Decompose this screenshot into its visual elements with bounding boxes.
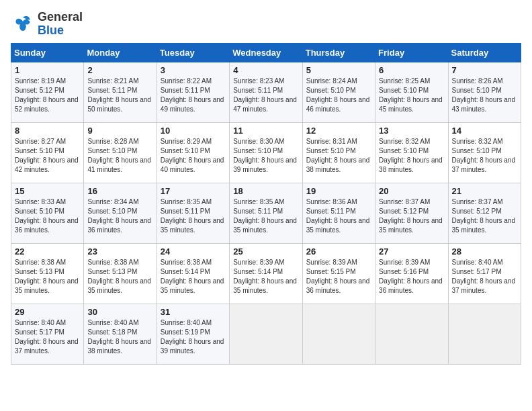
- day-number: 18: [233, 186, 298, 196]
- col-header-friday: Friday: [375, 43, 448, 62]
- calendar-cell: 11Sunrise: 8:30 AM Sunset: 5:10 PM Dayli…: [230, 122, 302, 183]
- col-header-sunday: Sunday: [11, 43, 84, 62]
- calendar-cell: 8Sunrise: 8:27 AM Sunset: 5:10 PM Daylig…: [11, 122, 84, 183]
- calendar-cell: 23Sunrise: 8:38 AM Sunset: 5:13 PM Dayli…: [84, 243, 157, 304]
- logo-bird-icon: [11, 12, 35, 36]
- day-number: 11: [233, 126, 298, 136]
- calendar-cell: 18Sunrise: 8:35 AM Sunset: 5:11 PM Dayli…: [230, 183, 302, 243]
- calendar-cell: 16Sunrise: 8:34 AM Sunset: 5:10 PM Dayli…: [84, 183, 157, 243]
- calendar-cell: [448, 304, 521, 364]
- day-number: 20: [379, 186, 444, 196]
- day-number: 14: [452, 126, 517, 136]
- day-number: 12: [306, 126, 371, 136]
- day-number: 3: [161, 65, 226, 75]
- cell-info: Sunrise: 8:40 AM Sunset: 5:17 PM Dayligh…: [15, 318, 80, 356]
- col-header-thursday: Thursday: [302, 43, 375, 62]
- day-number: 2: [87, 65, 152, 75]
- logo: General Blue: [11, 11, 83, 38]
- calendar-cell: 12Sunrise: 8:31 AM Sunset: 5:10 PM Dayli…: [302, 122, 375, 183]
- col-header-wednesday: Wednesday: [230, 43, 302, 62]
- calendar-cell: 28Sunrise: 8:40 AM Sunset: 5:17 PM Dayli…: [448, 243, 521, 304]
- cell-info: Sunrise: 8:40 AM Sunset: 5:19 PM Dayligh…: [161, 318, 226, 356]
- cell-info: Sunrise: 8:36 AM Sunset: 5:11 PM Dayligh…: [306, 197, 371, 235]
- day-number: 30: [87, 307, 152, 317]
- day-number: 29: [15, 307, 80, 317]
- header: General Blue: [11, 11, 521, 38]
- cell-info: Sunrise: 8:23 AM Sunset: 5:11 PM Dayligh…: [233, 77, 298, 114]
- calendar-cell: 3Sunrise: 8:22 AM Sunset: 5:11 PM Daylig…: [157, 62, 229, 122]
- calendar-cell: 9Sunrise: 8:28 AM Sunset: 5:10 PM Daylig…: [84, 122, 157, 183]
- cell-info: Sunrise: 8:21 AM Sunset: 5:11 PM Dayligh…: [87, 77, 152, 114]
- calendar-cell: 21Sunrise: 8:37 AM Sunset: 5:12 PM Dayli…: [448, 183, 521, 243]
- cell-info: Sunrise: 8:19 AM Sunset: 5:12 PM Dayligh…: [15, 77, 80, 114]
- cell-info: Sunrise: 8:38 AM Sunset: 5:13 PM Dayligh…: [87, 258, 152, 295]
- logo-line1: General: [38, 11, 83, 24]
- cell-info: Sunrise: 8:37 AM Sunset: 5:12 PM Dayligh…: [452, 197, 517, 235]
- cell-info: Sunrise: 8:37 AM Sunset: 5:12 PM Dayligh…: [379, 197, 444, 235]
- calendar-cell: [230, 304, 302, 364]
- calendar-cell: 1Sunrise: 8:19 AM Sunset: 5:12 PM Daylig…: [11, 62, 84, 122]
- calendar-cell: 26Sunrise: 8:39 AM Sunset: 5:15 PM Dayli…: [302, 243, 375, 304]
- day-number: 28: [452, 246, 517, 257]
- cell-info: Sunrise: 8:38 AM Sunset: 5:13 PM Dayligh…: [15, 258, 80, 295]
- calendar-cell: 29Sunrise: 8:40 AM Sunset: 5:17 PM Dayli…: [11, 304, 84, 364]
- col-header-tuesday: Tuesday: [157, 43, 229, 62]
- day-number: 16: [87, 186, 152, 196]
- day-number: 5: [306, 65, 371, 75]
- svg-point-0: [26, 17, 28, 20]
- cell-info: Sunrise: 8:30 AM Sunset: 5:10 PM Dayligh…: [233, 137, 298, 175]
- col-header-monday: Monday: [84, 43, 157, 62]
- cell-info: Sunrise: 8:33 AM Sunset: 5:10 PM Dayligh…: [15, 197, 80, 235]
- cell-info: Sunrise: 8:38 AM Sunset: 5:14 PM Dayligh…: [161, 258, 226, 295]
- cell-info: Sunrise: 8:29 AM Sunset: 5:10 PM Dayligh…: [161, 137, 226, 175]
- day-number: 13: [379, 126, 444, 136]
- day-number: 9: [87, 126, 152, 136]
- calendar-cell: 24Sunrise: 8:38 AM Sunset: 5:14 PM Dayli…: [157, 243, 229, 304]
- day-number: 1: [15, 65, 80, 75]
- day-number: 17: [161, 186, 226, 196]
- day-number: 10: [161, 126, 226, 136]
- calendar-cell: 27Sunrise: 8:39 AM Sunset: 5:16 PM Dayli…: [375, 243, 448, 304]
- calendar-cell: 4Sunrise: 8:23 AM Sunset: 5:11 PM Daylig…: [230, 62, 302, 122]
- day-number: 6: [379, 65, 444, 75]
- day-number: 24: [161, 246, 226, 257]
- calendar-cell: 25Sunrise: 8:39 AM Sunset: 5:14 PM Dayli…: [230, 243, 302, 304]
- day-number: 25: [233, 246, 298, 257]
- cell-info: Sunrise: 8:40 AM Sunset: 5:17 PM Dayligh…: [452, 258, 517, 295]
- day-number: 15: [15, 186, 80, 196]
- cell-info: Sunrise: 8:26 AM Sunset: 5:10 PM Dayligh…: [452, 77, 517, 114]
- cell-info: Sunrise: 8:32 AM Sunset: 5:10 PM Dayligh…: [379, 137, 444, 175]
- cell-info: Sunrise: 8:34 AM Sunset: 5:10 PM Dayligh…: [87, 197, 152, 235]
- cell-info: Sunrise: 8:39 AM Sunset: 5:14 PM Dayligh…: [233, 258, 298, 295]
- calendar-cell: 15Sunrise: 8:33 AM Sunset: 5:10 PM Dayli…: [11, 183, 84, 243]
- calendar-cell: [302, 304, 375, 364]
- day-number: 27: [379, 246, 444, 257]
- calendar-cell: 5Sunrise: 8:24 AM Sunset: 5:10 PM Daylig…: [302, 62, 375, 122]
- day-number: 8: [15, 126, 80, 136]
- calendar-cell: 19Sunrise: 8:36 AM Sunset: 5:11 PM Dayli…: [302, 183, 375, 243]
- calendar-cell: 13Sunrise: 8:32 AM Sunset: 5:10 PM Dayli…: [375, 122, 448, 183]
- cell-info: Sunrise: 8:39 AM Sunset: 5:16 PM Dayligh…: [379, 258, 444, 295]
- calendar-cell: 20Sunrise: 8:37 AM Sunset: 5:12 PM Dayli…: [375, 183, 448, 243]
- day-number: 26: [306, 246, 371, 257]
- cell-info: Sunrise: 8:24 AM Sunset: 5:10 PM Dayligh…: [306, 77, 371, 114]
- calendar-cell: 10Sunrise: 8:29 AM Sunset: 5:10 PM Dayli…: [157, 122, 229, 183]
- day-number: 31: [161, 307, 226, 317]
- cell-info: Sunrise: 8:40 AM Sunset: 5:18 PM Dayligh…: [87, 318, 152, 356]
- calendar-cell: 7Sunrise: 8:26 AM Sunset: 5:10 PM Daylig…: [448, 62, 521, 122]
- cell-info: Sunrise: 8:27 AM Sunset: 5:10 PM Dayligh…: [15, 137, 80, 175]
- day-number: 19: [306, 186, 371, 196]
- cell-info: Sunrise: 8:35 AM Sunset: 5:11 PM Dayligh…: [233, 197, 298, 235]
- calendar-cell: [375, 304, 448, 364]
- day-number: 4: [233, 65, 298, 75]
- calendar-cell: 14Sunrise: 8:32 AM Sunset: 5:10 PM Dayli…: [448, 122, 521, 183]
- calendar-cell: 31Sunrise: 8:40 AM Sunset: 5:19 PM Dayli…: [157, 304, 229, 364]
- cell-info: Sunrise: 8:39 AM Sunset: 5:15 PM Dayligh…: [306, 258, 371, 295]
- cell-info: Sunrise: 8:31 AM Sunset: 5:10 PM Dayligh…: [306, 137, 371, 175]
- day-number: 21: [452, 186, 517, 196]
- calendar-cell: 22Sunrise: 8:38 AM Sunset: 5:13 PM Dayli…: [11, 243, 84, 304]
- cell-info: Sunrise: 8:28 AM Sunset: 5:10 PM Dayligh…: [87, 137, 152, 175]
- day-number: 23: [87, 246, 152, 257]
- calendar-cell: 6Sunrise: 8:25 AM Sunset: 5:10 PM Daylig…: [375, 62, 448, 122]
- cell-info: Sunrise: 8:22 AM Sunset: 5:11 PM Dayligh…: [161, 77, 226, 114]
